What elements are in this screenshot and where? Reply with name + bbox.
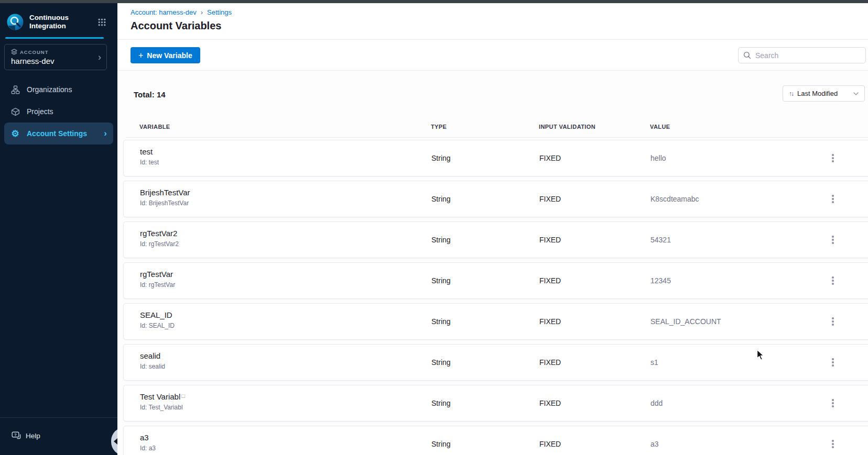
table-row[interactable]: rgTestVar Id: rgTestVar String FIXED 123… (123, 262, 868, 299)
variable-input-validation: FIXED (539, 236, 561, 244)
account-selector[interactable]: ACCOUNT harness-dev › (4, 44, 107, 70)
variable-value: s1 (650, 358, 658, 367)
row-options-kebab-icon[interactable] (829, 357, 837, 368)
total-count: Total: 14 (134, 90, 166, 99)
variable-id: Id: sealid (140, 363, 165, 370)
table-row[interactable]: Test Variabl□ Id: Test_Variabl String FI… (123, 385, 868, 421)
variable-type: String (431, 154, 451, 162)
variable-rows: test Id: test String FIXED hello Brijesh… (123, 140, 868, 455)
brand-header: Continuous Integration (6, 10, 111, 34)
cube-icon (10, 107, 20, 116)
sort-selected-value: Last Modified (797, 90, 838, 97)
table-row[interactable]: sealid Id: sealid String FIXED s1 (123, 344, 868, 381)
toolbar: + New Variable (117, 40, 868, 71)
new-variable-button[interactable]: + New Variable (131, 47, 200, 63)
missing-glyph-box: □ (181, 393, 185, 399)
variable-input-validation: FIXED (539, 399, 561, 407)
variable-id: Id: rgTestVar (140, 281, 175, 288)
variable-value: 12345 (650, 276, 671, 285)
row-options-kebab-icon[interactable] (829, 275, 837, 286)
search-input[interactable] (755, 51, 855, 60)
variable-id: Id: BrijeshTestVar (140, 199, 191, 207)
table-row[interactable]: SEAL_ID Id: SEAL_ID String FIXED SEAL_ID… (123, 303, 868, 340)
variable-type: String (431, 236, 451, 244)
column-header-variable: VARIABLE (139, 124, 170, 130)
table-row[interactable]: test Id: test String FIXED hello (123, 140, 868, 176)
sidebar-item-organizations[interactable]: Organizations (4, 79, 113, 101)
table-header-row: VARIABLE TYPE INPUT VALIDATION VALUE (117, 124, 868, 131)
sidebar-item-label: Account Settings (27, 129, 87, 138)
help-label: Help (26, 432, 40, 440)
variable-input-validation: FIXED (539, 440, 561, 448)
variable-id: Id: test (140, 159, 159, 166)
plus-icon: + (138, 51, 143, 60)
variable-name-cell: a3 Id: a3 (140, 433, 156, 452)
variable-id: Id: rgTestVar2 (140, 240, 179, 248)
variable-name-cell: rgTestVar2 Id: rgTestVar2 (140, 229, 179, 248)
chevron-down-icon (853, 92, 859, 95)
harness-logo-icon[interactable] (6, 13, 24, 31)
sidebar-item-projects[interactable]: Projects (4, 101, 113, 123)
row-options-kebab-icon[interactable] (829, 235, 837, 245)
breadcrumb-settings-link[interactable]: Settings (207, 8, 232, 16)
variable-input-validation: FIXED (539, 154, 561, 162)
sort-arrows-icon: ↑↓ (789, 90, 793, 97)
page-title: Account Variables (131, 20, 221, 32)
table-header-divider (126, 137, 868, 138)
variable-id: Id: a3 (140, 445, 156, 452)
variable-id: Id: Test_Variabl (140, 404, 185, 411)
variable-name: a3 (140, 433, 149, 442)
chevron-right-icon: › (104, 128, 107, 139)
variable-type: String (431, 399, 451, 407)
sort-dropdown[interactable]: ↑↓ Last Modified (783, 85, 865, 102)
table-row[interactable]: BrijeshTestVar Id: BrijeshTestVar String… (123, 181, 868, 217)
gear-icon: ⚙ (10, 129, 20, 138)
variables-panel: Total: 14 ↑↓ Last Modified VARIABLE TYPE… (117, 71, 868, 455)
variable-name: test (140, 147, 153, 156)
variable-name-cell: SEAL_ID Id: SEAL_ID (140, 310, 175, 329)
table-row[interactable]: rgTestVar2 Id: rgTestVar2 String FIXED 5… (123, 221, 868, 258)
variable-name-cell: BrijeshTestVar Id: BrijeshTestVar (140, 188, 191, 207)
account-label: ACCOUNT (20, 49, 49, 55)
variable-input-validation: FIXED (539, 358, 561, 367)
sidebar-item-label: Organizations (27, 85, 72, 94)
variable-input-validation: FIXED (539, 195, 561, 203)
row-options-kebab-icon[interactable] (829, 153, 837, 163)
brand-accent-underline (5, 37, 104, 39)
page-header: Account: harness-dev › Settings Account … (117, 3, 868, 40)
variable-value: a3 (650, 440, 659, 448)
sidebar-nav: Organizations Projects ⚙ Account Setting… (4, 79, 113, 145)
new-variable-label: New Variable (147, 51, 192, 60)
sidebar-divider (0, 417, 117, 418)
column-header-value: VALUE (650, 124, 670, 130)
layers-icon (11, 49, 17, 55)
help-chat-icon: ? (12, 431, 21, 440)
variable-name: rgTestVar2 (140, 229, 177, 238)
module-switcher-grid-icon[interactable] (98, 18, 106, 26)
variable-type: String (431, 195, 451, 203)
row-options-kebab-icon[interactable] (829, 398, 837, 408)
row-options-kebab-icon[interactable] (829, 439, 837, 449)
variable-name: Test Variabl (140, 392, 180, 401)
search-icon (743, 51, 751, 59)
breadcrumb-account-link[interactable]: Account: harness-dev (131, 8, 197, 16)
chevron-right-icon: › (98, 52, 101, 62)
variable-type: String (431, 276, 451, 285)
variable-name: rgTestVar (140, 270, 173, 279)
sidebar-item-label: Projects (27, 107, 53, 116)
help-button[interactable]: ? Help (12, 431, 40, 440)
org-chart-icon (10, 85, 20, 94)
table-row[interactable]: a3 Id: a3 String FIXED a3 (123, 426, 868, 455)
variable-value: SEAL_ID_ACCOUNT (650, 317, 721, 326)
sidebar-item-account-settings[interactable]: ⚙ Account Settings › (4, 123, 113, 145)
row-options-kebab-icon[interactable] (829, 316, 837, 327)
variable-name-cell: rgTestVar Id: rgTestVar (140, 270, 175, 288)
search-box (738, 47, 866, 63)
account-name: harness-dev (11, 57, 55, 65)
row-options-kebab-icon[interactable] (829, 194, 837, 204)
variable-value: K8scdteamabc (650, 195, 699, 203)
variable-name-cell: test Id: test (140, 147, 159, 166)
column-header-input-validation: INPUT VALIDATION (539, 124, 595, 130)
module-title: Continuous Integration (29, 14, 69, 30)
variable-name-cell: Test Variabl□ Id: Test_Variabl (140, 392, 185, 411)
